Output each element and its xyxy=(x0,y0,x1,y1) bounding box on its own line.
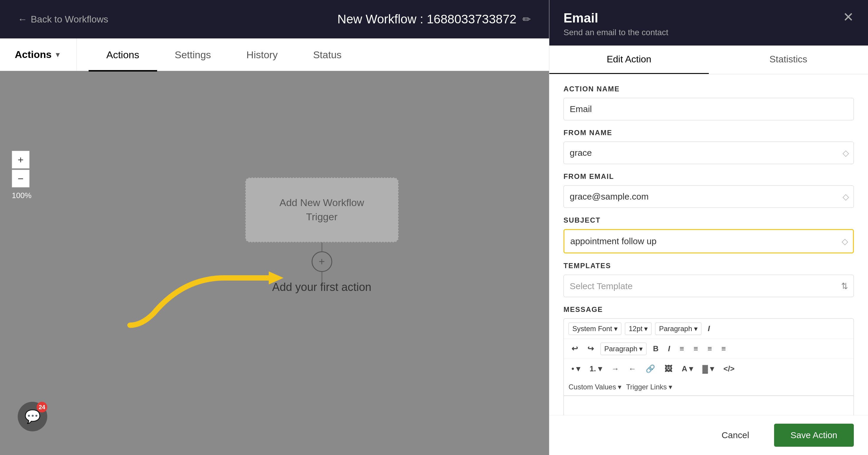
italic-button[interactable]: I xyxy=(705,322,713,335)
zoom-level-label: 100% xyxy=(12,191,32,200)
from-name-tag-icon: ◇ xyxy=(843,148,849,158)
outdent-button[interactable]: ← xyxy=(625,363,639,375)
add-action-circle[interactable]: + xyxy=(312,251,332,272)
trigger-box[interactable]: Add New WorkflowTrigger xyxy=(245,177,399,243)
tab-status[interactable]: Status xyxy=(295,39,359,72)
toolbar-row-3: • ▾ 1. ▾ → ← 🔗 🖼 A ▾ ▓ ▾ </> xyxy=(564,359,854,379)
code-button[interactable]: </> xyxy=(720,363,738,375)
edit-title-icon[interactable]: ✏ xyxy=(523,13,531,25)
custom-values-label: Custom Values xyxy=(568,383,616,391)
custom-values-caret: ▾ xyxy=(618,383,621,391)
align-center-button[interactable]: ≡ xyxy=(690,342,701,355)
close-panel-button[interactable]: ✕ xyxy=(843,9,854,25)
font-family-label: System Font xyxy=(572,324,612,333)
actions-dropdown[interactable]: Actions ▾ xyxy=(0,38,77,70)
plus-icon: + xyxy=(319,255,325,268)
trigger-links-caret: ▾ xyxy=(669,383,672,391)
panel-body: ACTION NAME FROM NAME ◇ FROM EMAIL ◇ SUB… xyxy=(549,74,868,415)
unordered-list-button[interactable]: • ▾ xyxy=(568,363,583,375)
panel-tab-edit-action-label: Edit Action xyxy=(607,54,651,64)
from-name-label: FROM NAME xyxy=(563,129,854,137)
paragraph-style-select[interactable]: Paragraph ▾ xyxy=(600,343,647,355)
indent-button[interactable]: → xyxy=(609,363,622,375)
panel-header: Email Send an email to the contact ✕ xyxy=(549,0,868,46)
message-toolbar: System Font ▾ 12pt ▾ Paragraph ▾ I ↩ ↪ P… xyxy=(563,318,854,396)
tab-settings[interactable]: Settings xyxy=(157,39,229,72)
save-action-button[interactable]: Save Action xyxy=(774,424,854,447)
tab-history[interactable]: History xyxy=(228,39,295,72)
font-size-label: 12pt xyxy=(629,324,643,333)
undo-button[interactable]: ↩ xyxy=(568,342,581,355)
message-label: MESSAGE xyxy=(563,305,854,314)
paragraph-caret: ▾ xyxy=(694,324,698,333)
justify-button[interactable]: ≡ xyxy=(718,342,729,355)
from-email-tag-icon: ◇ xyxy=(843,192,849,202)
toolbar-row-2: ↩ ↪ Paragraph ▾ B I ≡ ≡ ≡ ≡ xyxy=(564,339,854,359)
subject-input[interactable] xyxy=(564,230,853,253)
highlight-button[interactable]: ▓ ▾ xyxy=(700,363,717,375)
chat-badge-count: 24 xyxy=(37,402,47,413)
panel-tab-statistics-label: Statistics xyxy=(769,54,807,64)
panel-tab-edit-action[interactable]: Edit Action xyxy=(549,46,709,74)
panel-title: Email xyxy=(563,11,668,25)
from-email-input[interactable] xyxy=(563,186,854,208)
save-action-label: Save Action xyxy=(790,430,837,440)
redo-button[interactable]: ↪ xyxy=(585,342,597,355)
from-name-input[interactable] xyxy=(563,142,854,164)
align-right-button[interactable]: ≡ xyxy=(704,342,715,355)
tab-actions[interactable]: Actions xyxy=(89,39,157,72)
templates-select-wrap: Select Template ⇅ xyxy=(563,275,854,297)
font-family-select[interactable]: System Font ▾ xyxy=(568,322,621,335)
yellow-arrow-icon xyxy=(124,254,295,337)
close-icon: ✕ xyxy=(843,10,854,24)
zoom-out-button[interactable]: − xyxy=(12,170,30,188)
zoom-out-icon: − xyxy=(18,173,24,184)
templates-select[interactable]: Select Template xyxy=(563,275,854,297)
tab-status-label: Status xyxy=(313,49,341,61)
align-left-button[interactable]: ≡ xyxy=(677,342,687,355)
svg-marker-0 xyxy=(269,272,283,284)
workflow-title: New Workflow : 1688033733872 ✏ xyxy=(337,12,530,26)
cancel-button[interactable]: Cancel xyxy=(705,424,766,447)
panel-footer: Cancel Save Action xyxy=(549,415,868,455)
image-button[interactable]: 🖼 xyxy=(661,363,675,375)
tabs-list: Actions Settings History Status xyxy=(89,38,360,70)
action-name-input[interactable] xyxy=(563,98,854,120)
font-color-button[interactable]: A ▾ xyxy=(679,363,696,375)
chat-badge[interactable]: 💬 24 xyxy=(18,402,47,431)
back-to-workflows[interactable]: ← Back to Workflows xyxy=(18,14,108,25)
link-button[interactable]: 🔗 xyxy=(643,363,658,375)
custom-values-button[interactable]: Custom Values ▾ xyxy=(568,383,621,391)
chat-icon: 💬 xyxy=(25,409,41,424)
subject-field-wrap: ◇ xyxy=(563,229,854,253)
font-size-select[interactable]: 12pt ▾ xyxy=(625,322,652,335)
panel-subtitle: Send an email to the contact xyxy=(563,28,668,37)
tab-history-label: History xyxy=(246,49,278,61)
subject-tag-icon: ◇ xyxy=(842,236,848,246)
zoom-in-icon: + xyxy=(18,154,24,166)
zoom-in-button[interactable]: + xyxy=(12,151,30,169)
trigger-links-button[interactable]: Trigger Links ▾ xyxy=(626,383,672,391)
ordered-list-button[interactable]: 1. ▾ xyxy=(587,363,605,375)
subject-label: SUBJECT xyxy=(563,216,854,224)
actions-dropdown-label: Actions xyxy=(15,49,52,60)
action-name-field-wrap xyxy=(563,98,854,120)
message-area[interactable] xyxy=(563,396,854,415)
paragraph-style-caret: ▾ xyxy=(639,345,643,353)
panel-tabs: Edit Action Statistics xyxy=(549,46,868,74)
workflow-title-text: New Workflow : 1688033733872 xyxy=(337,12,516,26)
back-link-label: Back to Workflows xyxy=(31,14,108,25)
zoom-controls: + − 100% xyxy=(12,151,32,200)
bold-button[interactable]: B xyxy=(650,342,661,355)
panel-tab-statistics[interactable]: Statistics xyxy=(709,46,868,74)
italic-btn2[interactable]: I xyxy=(665,342,673,355)
right-panel: Email Send an email to the contact ✕ Edi… xyxy=(549,0,868,455)
back-arrow-icon: ← xyxy=(18,14,27,25)
trigger-box-text: Add New WorkflowTrigger xyxy=(279,196,364,224)
from-email-label: FROM EMAIL xyxy=(563,172,854,181)
from-email-field-wrap: ◇ xyxy=(563,186,854,208)
paragraph-select[interactable]: Paragraph ▾ xyxy=(655,322,701,335)
paragraph-style-label: Paragraph xyxy=(604,345,637,353)
tab-settings-label: Settings xyxy=(175,49,211,61)
cancel-label: Cancel xyxy=(721,430,749,440)
